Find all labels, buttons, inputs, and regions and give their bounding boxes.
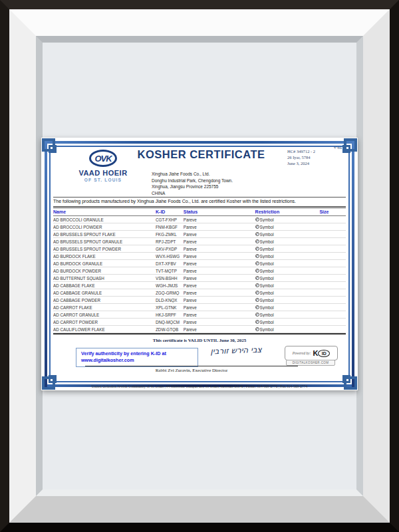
product-status: Pareve xyxy=(184,298,255,303)
product-name: AD CAULIFLOWER FLAKE xyxy=(53,327,156,332)
product-status: Pareve xyxy=(184,305,255,310)
circled-check-icon: ✓ xyxy=(255,247,259,251)
product-restriction: ✓Symbol xyxy=(255,232,320,237)
header-divider xyxy=(53,197,346,198)
product-status: Pareve xyxy=(184,313,255,317)
restriction-label: Symbol xyxy=(260,261,274,266)
ovk-logo-icon: OVK xyxy=(89,150,117,167)
table-row: AD CARROT POWDER DNQ-MQCM Pareve ✓Symbol xyxy=(53,319,346,326)
restriction-label: Symbol xyxy=(260,291,274,295)
product-name: AD BRUSSELS SPROUT FLAKE xyxy=(53,232,156,237)
table-row: AD BUTTERNUT SQUASH VSN-BSHH Pareve ✓Sym… xyxy=(53,275,346,282)
circled-check-icon: ✓ xyxy=(255,232,259,236)
circled-check-icon: ✓ xyxy=(255,225,259,229)
product-kid: DLD-KNQX xyxy=(156,298,184,303)
product-status: Pareve xyxy=(184,276,255,281)
verify-text: Verify authenticity by entering K-ID at xyxy=(81,350,193,357)
circled-check-icon: ✓ xyxy=(255,217,259,221)
circled-check-icon: ✓ xyxy=(255,320,259,324)
product-kid: DXT-XFBV xyxy=(156,261,184,266)
circled-check-icon: ✓ xyxy=(255,305,259,309)
product-status: Pareve xyxy=(184,291,255,295)
signatory-name: Rabbi Zvi Zuravin, Executive Director xyxy=(85,368,298,373)
product-restriction: ✓Symbol xyxy=(255,217,320,222)
table-row: AD CARROT FLAKE XPL-GTNK Pareve ✓Symbol xyxy=(53,304,346,311)
table-row: AD CAULIFLOWER FLAKE ZDW-GTQB Pareve ✓Sy… xyxy=(53,326,346,333)
restriction-label: Symbol xyxy=(260,247,274,251)
circled-check-icon: ✓ xyxy=(255,298,259,302)
verification-band: Verify authenticity by entering K-ID at … xyxy=(53,346,346,376)
product-restriction: ✓Symbol xyxy=(255,327,320,332)
product-restriction: ✓Symbol xyxy=(255,313,320,317)
kid-logo-k: K xyxy=(313,349,318,357)
product-restriction: ✓Symbol xyxy=(255,239,320,244)
product-status: Pareve xyxy=(184,320,255,325)
restriction-label: Symbol xyxy=(260,239,274,244)
valid-until-text: This certificate is VALID UNTIL June 30,… xyxy=(53,338,346,343)
product-kid: ZDW-GTQB xyxy=(156,327,184,332)
company-street: Donghu Industrial Park, Chengdong Town. xyxy=(152,178,233,184)
table-row: AD BROCCOLI POWDER FNM-KBGF Pareve ✓Symb… xyxy=(53,223,346,231)
product-status: Pareve xyxy=(184,247,255,251)
restriction-label: Symbol xyxy=(260,298,274,303)
digitalkosher-link[interactable]: www.digitalkosher.com xyxy=(81,357,193,364)
table-row: AD BURDOCK POWDER TVT-MQTP Pareve ✓Symbo… xyxy=(53,267,346,275)
col-header-kid: K-ID xyxy=(156,209,184,214)
certificate-title: KOSHER CERTIFICATE xyxy=(130,148,273,161)
table-row: AD BROCCOLI GRANULE CGT-FXHP Pareve ✓Sym… xyxy=(53,216,346,223)
issue-date: June 3, 2024 xyxy=(287,160,315,166)
product-name: AD CARROT GRANULE xyxy=(53,313,156,317)
product-name: AD BURDOCK FLAKE xyxy=(53,254,156,259)
company-name: Xinghua Jiahe Foods Co., Ltd. xyxy=(152,171,233,178)
hebrew-date: 26 Iyar, 5784 xyxy=(287,154,315,160)
product-status: Pareve xyxy=(184,283,255,288)
rabbi-signature-script: צבי הירש זורבין xyxy=(193,344,279,357)
kid-logo-id-oval: ID xyxy=(318,350,330,357)
circled-check-icon: ✓ xyxy=(255,239,259,243)
product-kid: CGT-FXHP xyxy=(156,217,184,222)
product-kid: FNM-KBGF xyxy=(156,225,184,229)
kid-logo-icon: K ID xyxy=(313,349,330,357)
table-row: AD CABBAGE POWDER DLD-KNQX Pareve ✓Symbo… xyxy=(53,297,346,304)
restriction-label: Symbol xyxy=(260,283,274,288)
company-country: CHINA xyxy=(152,190,233,197)
certificate-reference: HC# 349712 - 2 26 Iyar, 5784 June 3, 202… xyxy=(287,148,315,166)
circled-check-icon: ✓ xyxy=(255,283,259,287)
col-header-name: Name xyxy=(53,209,156,214)
product-name: AD BROCCOLI POWDER xyxy=(53,225,156,229)
restriction-label: Symbol xyxy=(260,313,274,317)
product-kid: TVT-MQTP xyxy=(156,269,184,273)
product-status: Pareve xyxy=(184,225,255,229)
border-band-right xyxy=(352,141,354,387)
table-top-rule xyxy=(53,206,346,207)
product-kid: FKG-ZMKL xyxy=(156,232,184,237)
circled-check-icon: ✓ xyxy=(255,327,259,331)
org-location: OF ST. LOUIS xyxy=(73,178,133,182)
restriction-label: Symbol xyxy=(260,217,274,222)
col-header-status: Status xyxy=(184,209,255,214)
restriction-label: Symbol xyxy=(260,276,274,281)
table-row: AD BURDOCK FLAKE WVX-HSWG Pareve ✓Symbol xyxy=(53,253,346,260)
product-status: Pareve xyxy=(184,327,255,332)
product-kid: XPL-GTNK xyxy=(156,305,184,310)
table-row: AD CABBAGE FLAKE WGH-JMJS Pareve ✓Symbol xyxy=(53,282,346,289)
product-restriction: ✓Symbol xyxy=(255,261,320,266)
company-city: Xinghua, Jiangsu Province 225755 xyxy=(152,184,233,190)
product-name: AD BROCCOLI GRANULE xyxy=(53,217,156,222)
product-name: AD CABBAGE GRANULE xyxy=(53,291,156,295)
product-kid: GKV-PXDP xyxy=(156,247,184,251)
powered-by-kid-badge: Powered by: K ID xyxy=(285,346,338,360)
product-restriction: ✓Symbol xyxy=(255,247,320,251)
digitalkosher-badge-site: DigitalKosher.com xyxy=(286,360,335,366)
certificate-number: HC# 349712 - 2 xyxy=(287,148,315,154)
product-restriction: ✓Symbol xyxy=(255,283,320,288)
kosher-certificate: בס"ד OVK VAAD HOEIR OF ST. LOUIS KOSHER … xyxy=(41,138,358,390)
verify-authenticity-box: Verify authenticity by entering K-ID at … xyxy=(76,348,198,367)
table-row: AD BURDOCK GRANULE DXT-XFBV Pareve ✓Symb… xyxy=(53,260,346,267)
product-restriction: ✓Symbol xyxy=(255,291,320,295)
product-kid: VSN-BSHH xyxy=(156,276,184,281)
product-restriction: ✓Symbol xyxy=(255,225,320,229)
circled-check-icon: ✓ xyxy=(255,276,259,280)
product-name: AD BURDOCK POWDER xyxy=(53,269,156,273)
certificate-content: בס"ד OVK VAAD HOEIR OF ST. LOUIS KOSHER … xyxy=(53,144,346,381)
